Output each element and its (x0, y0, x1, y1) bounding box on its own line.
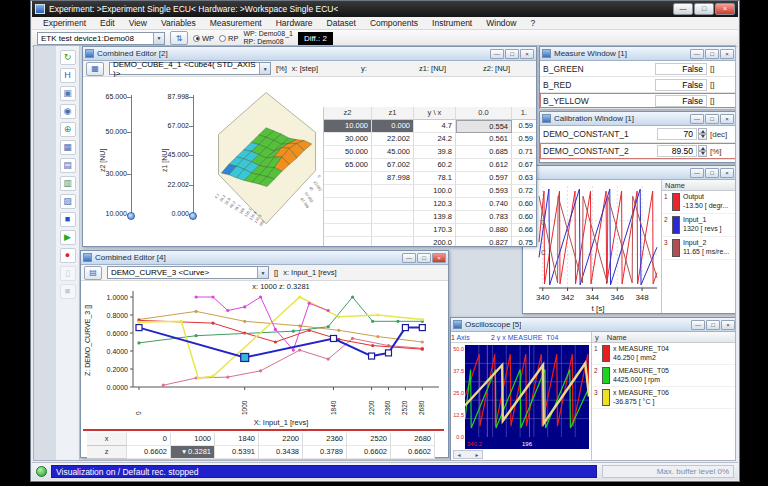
ce4-z-cell[interactable]: 0.6602 (391, 446, 435, 459)
ce2-y-cell[interactable]: 100.0 (414, 185, 456, 198)
device-combo[interactable]: ETK test device1:Demo08 ▼ (37, 32, 165, 45)
ce2-value-cell[interactable]: 0.561 (456, 133, 512, 146)
menu-item-measurement[interactable]: Measurement (203, 17, 269, 30)
list-icon[interactable]: ▥ (60, 176, 76, 191)
scroll-left-icon[interactable]: ◄ (454, 451, 464, 459)
ce4-x-cell[interactable]: 0 (127, 433, 171, 446)
ce2-z2-cell[interactable] (324, 224, 372, 237)
ce4-x-cell[interactable]: 2680 (391, 433, 435, 446)
calibration-row-demo_constant_2[interactable]: DEMO_CONSTANT_289.50[%] (540, 143, 736, 160)
ce2-z2-cell[interactable] (324, 237, 372, 246)
ce2-z1-cell[interactable] (372, 211, 414, 224)
ce2-z1-cell[interactable]: 87.998 (372, 172, 414, 185)
ce4-x-cell[interactable]: 1840 (215, 433, 259, 446)
ce2-z1-cell[interactable] (372, 224, 414, 237)
maximize-button[interactable]: □ (705, 114, 719, 124)
ce2-value-cell[interactable]: 0.63 (512, 172, 536, 185)
close-icon[interactable]: × (721, 320, 735, 330)
ce2-z2-cell[interactable] (324, 211, 372, 224)
calibration-value-input[interactable]: 70 (657, 128, 697, 140)
ce2-value-cell[interactable]: 0.59 (512, 120, 536, 133)
maximize-button[interactable]: □ (706, 320, 720, 330)
ce2-z1-cell[interactable]: 45.000 (372, 146, 414, 159)
ce2-value-cell[interactable]: 0.597 (456, 172, 512, 185)
rp-radio[interactable]: RP (219, 34, 238, 43)
minimize-button[interactable]: — (691, 320, 705, 330)
calibration-value-input[interactable]: 89.50 (657, 145, 697, 157)
minimize-button[interactable]: — (490, 49, 504, 59)
maximize-button[interactable]: □ (505, 49, 519, 59)
menu-item-dataset[interactable]: Dataset (320, 17, 363, 30)
ce2-value-cell[interactable]: 0.75 (512, 237, 536, 246)
ce2-z2-cell[interactable]: 65.000 (324, 159, 372, 172)
close-icon[interactable]: × (720, 114, 734, 124)
ce2-z2-cell[interactable]: 10.000 (324, 120, 372, 133)
grid-icon[interactable]: ▤ (60, 158, 76, 173)
legend-channel-row[interactable]: 2Input_11320 [ revs ] (662, 214, 736, 237)
minimize-button[interactable]: — (402, 253, 416, 263)
ce4-z-cell[interactable]: 0.3438 (259, 446, 303, 459)
measure-row-b_yellow[interactable]: B_YELLOWFalse[] (540, 93, 736, 109)
measure-row-b_green[interactable]: B_GREENFalse[] (540, 61, 736, 77)
spin-down-icon[interactable] (698, 151, 707, 157)
chevron-down-icon[interactable]: ▼ (259, 63, 270, 74)
spin-down-icon[interactable] (698, 134, 707, 140)
ce2-y-cell[interactable]: 24.2 (414, 133, 456, 146)
ce2-y-cell[interactable]: 78.1 (414, 172, 456, 185)
menu-item-instrument[interactable]: Instrument (425, 17, 479, 30)
rp-radio-dot[interactable] (219, 35, 226, 42)
ce4-variable-combo[interactable]: DEMO_CURVE_3 <Curve>▼ (107, 266, 269, 279)
ce2-value-cell[interactable]: 0.612 (456, 159, 512, 172)
ce2-z1-cell[interactable] (372, 237, 414, 246)
ce2-value-cell[interactable]: 0.66 (512, 224, 536, 237)
sheet-icon[interactable]: ▨ (60, 194, 76, 209)
menu-item-hardware[interactable]: Hardware (269, 17, 320, 30)
ce2-value-cell[interactable]: 0.60 (512, 198, 536, 211)
menu-item-components[interactable]: Components (363, 17, 425, 30)
menu-item-edit[interactable]: Edit (93, 17, 122, 30)
minimize-button[interactable]: — (690, 49, 704, 59)
ce2-value-cell[interactable]: 0.60 (512, 211, 536, 224)
legend-channel-row[interactable]: 3Input_211.65 [ ms/re... (662, 237, 736, 260)
wp-radio[interactable]: WP (193, 34, 214, 43)
ce2-z1-cell[interactable]: 67.002 (372, 159, 414, 172)
scroll-right-icon[interactable]: ► (472, 451, 482, 459)
value-spinner[interactable] (698, 128, 707, 140)
close-icon[interactable]: × (720, 49, 734, 59)
chevron-down-icon[interactable]: ▼ (257, 267, 268, 278)
ce2-y-cell[interactable]: 120.3 (414, 198, 456, 211)
minimize-button[interactable]: — (690, 114, 704, 124)
ce2-value-cell[interactable]: 0.593 (456, 185, 512, 198)
oscilloscope-5-titlebar[interactable]: Oscilloscope [5]—□× (451, 318, 736, 332)
curve-chart[interactable]: x: 1000 z: 0.32811.00000.80000.60000.400… (81, 281, 448, 429)
chevron-down-icon[interactable]: ▼ (153, 33, 164, 44)
oscilloscope-right-titlebar[interactable]: —□× (523, 166, 736, 180)
legend-channel-row[interactable]: 1x MEASURE_T0446.250 [ mm2 (592, 343, 736, 365)
minimize-button[interactable]: — (673, 3, 693, 15)
ce2-variable-combo[interactable]: DEMO_CUBE_4_1 <Cube4( STD_AXIS )>▼ (109, 62, 271, 75)
ce4-z-cell[interactable]: 0.3789 (303, 446, 347, 459)
menu-item-view[interactable]: View (122, 17, 154, 30)
ce2-z1-cell[interactable]: 22.002 (372, 133, 414, 146)
ce2-value-cell[interactable]: 0.71 (512, 146, 536, 159)
hardware-icon[interactable]: H (60, 68, 76, 83)
chart-type-icon[interactable]: ▦ (86, 62, 104, 76)
ce2-value-cell[interactable]: 0.880 (456, 224, 512, 237)
scope5-plot[interactable]: 340.2196 (465, 345, 589, 449)
ce2-value-cell[interactable]: 0.685 (456, 146, 512, 159)
ce2-z2-cell[interactable]: 30.000 (324, 133, 372, 146)
ce2-z1-cell[interactable]: 0.000 (372, 120, 414, 133)
legend-channel-row[interactable]: 1Output-13.50 [ degr... (662, 191, 736, 214)
record-icon[interactable]: ● (60, 248, 76, 263)
menu-item-experiment[interactable]: Experiment (36, 17, 93, 30)
ce4-x-cell[interactable]: 2360 (303, 433, 347, 446)
ce2-z2-cell[interactable] (324, 172, 372, 185)
ce2-y-cell[interactable]: 4.7 (414, 120, 456, 133)
ce2-value-cell[interactable]: 0.740 (456, 198, 512, 211)
z1-slider-slider-knob[interactable] (189, 212, 197, 220)
network-icon[interactable]: ⊕ (60, 122, 76, 137)
ce4-z-cell[interactable]: 0.6602 (347, 446, 391, 459)
close-icon[interactable]: × (720, 168, 734, 178)
calibration-row-demo_constant_1[interactable]: DEMO_CONSTANT_170[dec] (540, 126, 736, 143)
ce2-value-cell[interactable]: 0.827 (456, 237, 512, 246)
